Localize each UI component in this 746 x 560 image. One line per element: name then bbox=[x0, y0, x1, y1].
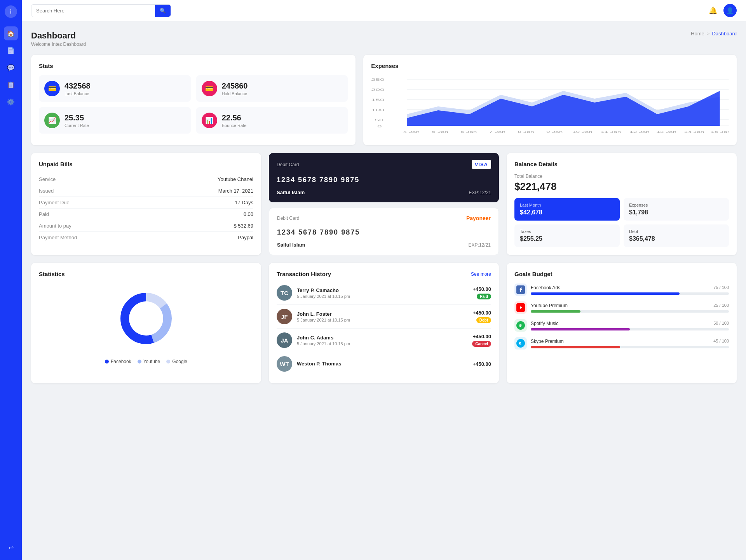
search-button[interactable]: 🔍 bbox=[155, 5, 171, 17]
svg-text:15 Jan: 15 Jan bbox=[711, 130, 729, 133]
goal-progress-bg-facebook bbox=[531, 292, 729, 295]
sidebar-item-settings[interactable]: ⚙️ bbox=[4, 95, 18, 109]
youtube-icon bbox=[516, 303, 525, 312]
goal-item-facebook: Facebook Ads 75 / 100 bbox=[514, 283, 729, 296]
legend-youtube: Youtube bbox=[138, 359, 160, 364]
bill-value-service: Youtube Chanel bbox=[218, 176, 253, 182]
row1: Stats 💳 432568 Last Balance 💳 bbox=[31, 55, 737, 145]
goal-header-facebook: Facebook Ads 75 / 100 bbox=[531, 285, 729, 290]
txn-right-3: +450.00 bbox=[473, 361, 491, 367]
stat-label-hold-balance: Hold Balance bbox=[222, 91, 248, 96]
spotify-icon bbox=[516, 321, 525, 330]
bill-value-paid: 0.00 bbox=[244, 211, 253, 217]
txn-item-1: JF John L. Foster 5 January 2021 at 10.1… bbox=[277, 305, 491, 329]
stats-card: Stats 💳 432568 Last Balance 💳 bbox=[31, 55, 356, 145]
txn-avatar-0: TC bbox=[277, 285, 292, 301]
txn-badge-2: Cancel bbox=[472, 341, 491, 347]
sidebar-item-chat[interactable]: 💬 bbox=[4, 61, 18, 75]
txn-right-1: +450.00 Debt bbox=[473, 310, 491, 323]
breadcrumb-home[interactable]: Home bbox=[691, 31, 704, 37]
stat-content-bounce-rate: 22.56 Bounce Rate bbox=[222, 113, 247, 128]
dark-card-name: Saiful Islam bbox=[277, 190, 305, 195]
search-input[interactable] bbox=[31, 5, 155, 16]
bill-rows: Service Youtube Chanel Issued March 17, … bbox=[39, 174, 253, 243]
stat-label-bounce-rate: Bounce Rate bbox=[222, 123, 247, 128]
sidebar: i 🏠 📄 💬 📋 ⚙️ ↩ bbox=[0, 0, 22, 560]
light-card-exp-value: 12/21 bbox=[479, 242, 491, 248]
sidebar-item-documents[interactable]: 📄 bbox=[4, 43, 18, 57]
visa-badge: VISA bbox=[472, 160, 491, 169]
txn-badge-0: Paid bbox=[477, 294, 491, 299]
bill-label-paid: Paid bbox=[39, 211, 49, 217]
sidebar-logo[interactable]: i bbox=[5, 5, 17, 18]
svg-text:10 Jan: 10 Jan bbox=[572, 130, 593, 133]
txn-avatar-1: JF bbox=[277, 309, 292, 324]
balance-val-debt: $365,478 bbox=[629, 235, 723, 242]
stat-content-last-balance: 432568 Last Balance bbox=[64, 82, 91, 96]
light-card-label: Debit Card bbox=[277, 216, 299, 221]
stat-item-last-balance: 💳 432568 Last Balance bbox=[39, 75, 191, 102]
goal-item-spotify: Spotify Music 50 / 100 bbox=[514, 319, 729, 332]
see-more-link[interactable]: See more bbox=[471, 271, 491, 277]
goal-score-spotify: 50 / 100 bbox=[713, 321, 729, 326]
goal-header-spotify: Spotify Music 50 / 100 bbox=[531, 321, 729, 326]
txn-avatar-3: WT bbox=[277, 356, 292, 372]
goal-name-skype: Skype Premium bbox=[531, 339, 564, 344]
stat-value-hold-balance: 245860 bbox=[222, 82, 248, 90]
balance-total-value: $221,478 bbox=[514, 181, 729, 193]
sidebar-item-reports[interactable]: 📋 bbox=[4, 78, 18, 92]
txn-header: Transaction History See more bbox=[277, 271, 491, 277]
transaction-history-card: Transaction History See more TC Terry P.… bbox=[269, 263, 499, 383]
stat-icon-last-balance: 💳 bbox=[44, 81, 60, 96]
balance-item-debt: Debt $365,478 bbox=[624, 224, 729, 247]
legend-label-google: Google bbox=[172, 359, 187, 364]
svg-text:4 Jan: 4 Jan bbox=[403, 130, 420, 133]
txn-item-2: JA John C. Adams 5 January 2021 at 10.15… bbox=[277, 329, 491, 352]
txn-name-0: Terry P. Camacho bbox=[297, 287, 468, 293]
notification-bell-icon[interactable]: 🔔 bbox=[709, 6, 717, 15]
txn-info-2: John C. Adams 5 January 2021 at 10.15 pm bbox=[297, 335, 467, 346]
stat-value-bounce-rate: 22.56 bbox=[222, 113, 247, 122]
facebook-icon bbox=[516, 285, 525, 294]
light-card-exp: EXP:12/21 bbox=[469, 242, 491, 248]
svg-text:14 Jan: 14 Jan bbox=[684, 130, 704, 133]
bill-label-service: Service bbox=[39, 176, 56, 182]
light-card-name: Saiful Islam bbox=[277, 242, 305, 248]
txn-right-2: +450.00 Cancel bbox=[472, 334, 491, 347]
light-card-number: 1234 5678 7890 9875 bbox=[277, 228, 491, 237]
expenses-title: Expenses bbox=[371, 63, 729, 69]
user-avatar[interactable]: 👤 bbox=[723, 4, 737, 17]
txn-name-2: John C. Adams bbox=[297, 335, 467, 341]
statistics-card: Statistics Facebook bbox=[31, 263, 261, 383]
bill-row-method: Payment Method Paypal bbox=[39, 232, 253, 243]
bill-row-amount: Amount to pay $ 532.69 bbox=[39, 220, 253, 232]
balance-val-taxes: $255.25 bbox=[520, 235, 614, 242]
balance-item-taxes: Taxes $255.25 bbox=[514, 224, 620, 247]
skype-icon: S bbox=[516, 339, 525, 348]
sidebar-item-home[interactable]: 🏠 bbox=[4, 26, 18, 40]
dark-card-label: Debit Card bbox=[277, 162, 299, 167]
goal-score-skype: 45 / 100 bbox=[713, 339, 729, 344]
bill-label-issued: Issued bbox=[39, 188, 54, 194]
page-subtitle: Welcome Intez Dashboard bbox=[31, 42, 86, 47]
goal-info-skype: Skype Premium 45 / 100 bbox=[531, 339, 729, 348]
statistics-title: Statistics bbox=[39, 271, 253, 277]
svg-text:100: 100 bbox=[371, 108, 385, 112]
dark-card-exp-value: 12/21 bbox=[479, 190, 491, 195]
goal-header-skype: Skype Premium 45 / 100 bbox=[531, 339, 729, 344]
goal-icon-youtube bbox=[514, 301, 527, 314]
balance-details-card: Balance Details Total Balance $221,478 L… bbox=[507, 153, 737, 255]
goal-progress-fill-skype bbox=[531, 346, 620, 348]
goal-score-youtube: 25 / 100 bbox=[713, 303, 729, 308]
unpaid-bills-card: Unpaid Bills Service Youtube Chanel Issu… bbox=[31, 153, 261, 255]
svg-text:250: 250 bbox=[371, 78, 385, 82]
svg-text:5 Jan: 5 Jan bbox=[432, 130, 448, 133]
goal-progress-bg-youtube bbox=[531, 310, 729, 313]
bill-label-amount: Amount to pay bbox=[39, 223, 71, 229]
goal-progress-bg-spotify bbox=[531, 328, 729, 330]
balance-label-taxes: Taxes bbox=[520, 229, 614, 234]
stat-icon-hold-balance: 💳 bbox=[202, 81, 217, 96]
goal-score-facebook: 75 / 100 bbox=[713, 285, 729, 290]
legend-dot-facebook bbox=[105, 360, 109, 363]
sidebar-item-logout[interactable]: ↩ bbox=[4, 541, 18, 555]
